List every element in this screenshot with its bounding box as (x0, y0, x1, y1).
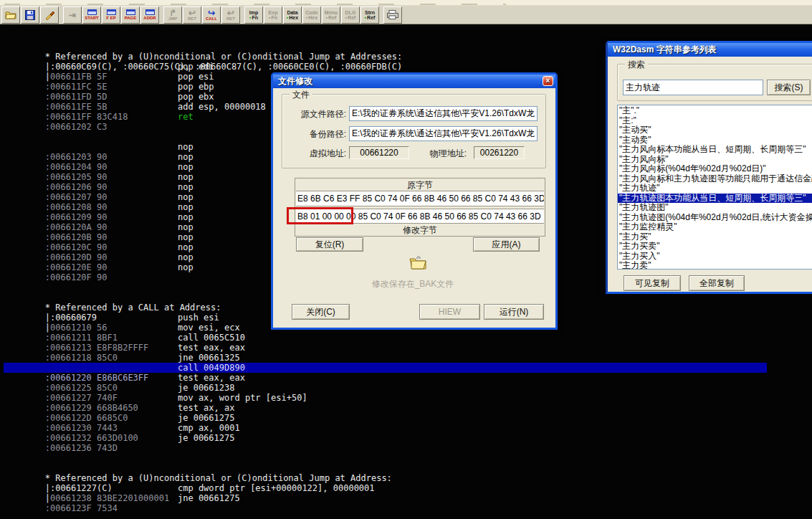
run-button[interactable]: 运行(N) (484, 304, 544, 320)
instruction-text: nop (178, 222, 194, 232)
open-folder-icon (5, 10, 16, 19)
dialog-ref-button[interactable]: DLG Ref (341, 6, 360, 24)
code-hex-button[interactable]: Code Hex (302, 6, 321, 24)
instruction-text: call 0065C510 (178, 333, 245, 343)
source-path-label: 源文件路径: (287, 108, 346, 120)
open-folder-icon (408, 252, 429, 274)
red-annotation-box (287, 207, 353, 224)
return-from-call-button[interactable]: ↩ RET (221, 6, 240, 24)
string-window-titlebar[interactable]: W32Dasm 字符串参考列表 (608, 43, 812, 57)
string-list-item[interactable]: "主力风向标" (618, 155, 812, 165)
goto-code-location-button[interactable]: ⇥ (63, 6, 82, 24)
open-file-button[interactable] (1, 6, 20, 24)
exports-button[interactable]: Exp Fn (264, 6, 282, 24)
instruction-text: cmp ax, 0001 (178, 423, 240, 433)
close-icon[interactable]: × (543, 76, 553, 86)
disasm-line[interactable]: :0066123F 7534 jne 00661275 (4, 493, 812, 503)
string-list-item[interactable]: "主力轨迹图(%04d年%02d月%02d日,统计大资金操作)" (618, 213, 812, 223)
disasm-line[interactable]: | (4, 473, 812, 483)
original-bytes-field[interactable]: E8 6B C6 E3 FF 85 C0 74 0F 66 8B 46 50 6… (296, 191, 544, 206)
disasm-line[interactable]: :00661225 85C0 test eax, eax (4, 373, 812, 383)
string-list-item[interactable]: "主力买" (618, 232, 812, 242)
disasm-line[interactable]: :00661229 668B4650 mov ax, word ptr [esi… (4, 393, 812, 403)
disasm-line[interactable]: |:00661227(C) (4, 463, 812, 473)
source-path-input[interactable]: E:\我的证券系统\通达信其他\平安V1.26\TdxW龙 (349, 106, 538, 121)
disasm-line[interactable]: :00661236 743D je 00661275 (4, 433, 812, 443)
disasm-line[interactable]: :00661232 663D0100 cmp ax, 0001 (4, 423, 812, 433)
disasm-line[interactable]: :00661218 85C0 test eax, eax (4, 343, 812, 353)
disasm-line[interactable]: * Referenced by a (U)nconditional or (C)… (4, 453, 812, 463)
imports-button[interactable]: Imp Fn (244, 6, 263, 24)
goto-address-button[interactable]: ADDR (140, 6, 159, 24)
string-list-item[interactable]: "主力买入" (618, 252, 812, 262)
instruction-text: test ax, ax (178, 403, 234, 413)
disasm-line[interactable]: :0066121A 0F8505010000 jne 00661325 (4, 353, 812, 363)
menu-ref-button[interactable]: Menu Ref (322, 6, 340, 24)
brush-button[interactable] (40, 6, 59, 24)
print-button[interactable] (383, 6, 402, 24)
disasm-line[interactable] (4, 503, 812, 513)
string-list[interactable]: "主"." "主:" "主动买" "主动卖" "主力风向标本功能从当日、短周期、… (617, 105, 812, 270)
backup-note-text: 修改保存在_BAK文件 (284, 278, 542, 290)
disasm-line[interactable]: * Possible StringData Ref from Data Obj … (4, 513, 812, 519)
search-button[interactable]: 搜索(S) (767, 80, 811, 95)
instruction-text: je 00661275 (178, 433, 234, 443)
string-list-item[interactable]: "主"." (618, 106, 812, 116)
search-group-label: 搜索 (625, 59, 648, 71)
copy-all-button[interactable]: 全部复制 (689, 275, 745, 291)
instruction-text: nop (178, 172, 194, 182)
disasm-line[interactable]: :00661238 83BE2201000001 cmp dword ptr [… (4, 483, 812, 493)
goto-code-start-button[interactable]: START (82, 6, 101, 24)
string-list-item[interactable]: "主力轨迹图" (618, 203, 812, 213)
string-list-item[interactable]: "主动买" (618, 125, 812, 135)
disasm-line[interactable]: :0066122D 6685C0 test ax, ax (4, 403, 812, 413)
instruction-text: nop (178, 162, 194, 172)
goto-page-button[interactable]: PAGE (121, 6, 140, 24)
backup-path-label: 备份路径: (287, 128, 346, 141)
execute-call-button[interactable]: ↪ CALL (202, 6, 221, 24)
call-label: CALL (206, 16, 217, 21)
disasm-line[interactable]: :00661230 7443 je 00661275 (4, 413, 812, 423)
disasm-line[interactable] (4, 443, 812, 453)
instruction-text: push esi (178, 313, 219, 323)
instruction-text: add esp, 00000018 (178, 102, 266, 112)
data-hex-button[interactable]: Data Hex (283, 6, 302, 24)
save-button[interactable] (21, 6, 39, 24)
page-label: PAGE (125, 16, 137, 20)
backup-path-input[interactable]: E:\我的证券系统\通达信其他\平安V1.26\TdxW龙 (349, 126, 538, 141)
string-ref-button[interactable]: Strn Ref (360, 6, 379, 24)
instruction-text: nop (178, 152, 194, 162)
window-icon (107, 9, 116, 15)
toolbar: ⇥ START F EP PAGE ADDR ↱ JMP ↩ RET ↪ (0, 6, 812, 24)
close-button[interactable]: 关闭(C) (292, 304, 350, 320)
string-list-item[interactable]: "主动卖" (618, 135, 812, 146)
string-list-item[interactable]: "主力卖" (618, 261, 812, 270)
copy-visible-button[interactable]: 可见复制 (624, 275, 681, 291)
apply-button[interactable]: 应用(A) (473, 237, 540, 252)
disasm-line[interactable]: * Referenced by a (U)nconditional or (C)… (4, 32, 812, 42)
menu-bar[interactable] (0, 0, 812, 6)
jmp-label: JMP (168, 16, 177, 21)
dialog-titlebar[interactable]: 文件修改 × (273, 75, 555, 88)
string-list-item[interactable]: "主力买卖" (618, 242, 812, 252)
disasm-line[interactable]: :00661213 E8F8B2FFFF call 0065C510 (4, 333, 812, 343)
search-input[interactable]: 主力轨迹 (623, 80, 763, 95)
string-list-item[interactable]: "主力风向标本功能从当日、短周期、长周期等三" (618, 145, 812, 155)
execute-jump-button[interactable]: ↱ JMP (163, 6, 182, 24)
return-from-jump-button[interactable]: ↩ RET (183, 6, 201, 24)
goto-program-entry-button[interactable]: F EP (102, 6, 120, 24)
string-list-item[interactable]: "主力风向标和主力轨迹图等功能只能用于通达信金融 (618, 174, 812, 184)
disasm-line[interactable]: :00661220 E86BC6E3FF call 0049D890 (4, 363, 767, 373)
string-window-title: W32Dasm 字符串参考列表 (613, 44, 717, 56)
string-list-item[interactable]: "主:" (618, 116, 812, 126)
instruction-text: je 00661275 (178, 413, 234, 423)
string-list-item[interactable]: "主力轨迹图本功能从当日、短周期、长周期等三" (618, 194, 812, 204)
disasm-line[interactable]: :00661227 740F je 00661238 (4, 383, 812, 393)
file-group-label: 文件 (290, 89, 312, 101)
hiew-button[interactable]: HIEW (419, 304, 480, 320)
instruction-text: nop (178, 212, 194, 222)
string-list-item[interactable]: "主力轨迹" (618, 184, 812, 194)
reset-button[interactable]: 复位(R) (296, 237, 363, 252)
string-list-item[interactable]: "主力监控精灵" (618, 222, 812, 232)
string-list-item[interactable]: "主力风向标(%04d年%02d月%02d日)" (618, 164, 812, 174)
